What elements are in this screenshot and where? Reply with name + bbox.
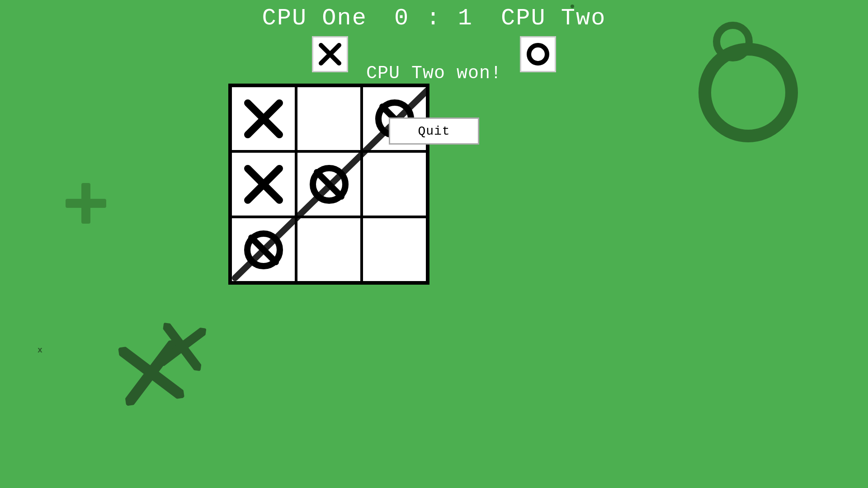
svg-line-10 [317, 172, 341, 197]
svg-point-2 [529, 45, 547, 63]
player-two-name: CPU Two [501, 5, 606, 32]
svg-line-12 [251, 238, 276, 262]
decorative-x-medium [158, 323, 207, 373]
game-board-wrapper [228, 84, 429, 285]
quit-button[interactable]: Quit [389, 117, 479, 145]
game-board [228, 84, 429, 285]
cell-1-1[interactable] [296, 151, 362, 217]
x-icon [318, 42, 342, 66]
svg-rect-15 [66, 199, 106, 208]
cell-0-0[interactable] [231, 86, 296, 151]
cell-0-1[interactable] [296, 86, 362, 151]
decorative-x-tiny: x [38, 346, 42, 355]
cell-1-0[interactable] [231, 151, 296, 217]
cell-2-0[interactable] [231, 217, 296, 282]
decorative-circle-small [713, 22, 753, 61]
x-mark [243, 99, 284, 139]
score-display: 0 : 1 [394, 5, 474, 32]
decorative-circle-large [698, 43, 798, 142]
o-mark-strikethrough [309, 164, 349, 205]
cell-2-2[interactable] [362, 217, 427, 282]
decorative-plus [63, 181, 108, 228]
x-mark [243, 164, 284, 205]
o-icon [526, 42, 550, 66]
cell-2-1[interactable] [296, 217, 362, 282]
o-mark-strikethrough [243, 230, 284, 270]
player-one-name: CPU One [262, 5, 367, 32]
cell-1-2[interactable] [362, 151, 427, 217]
